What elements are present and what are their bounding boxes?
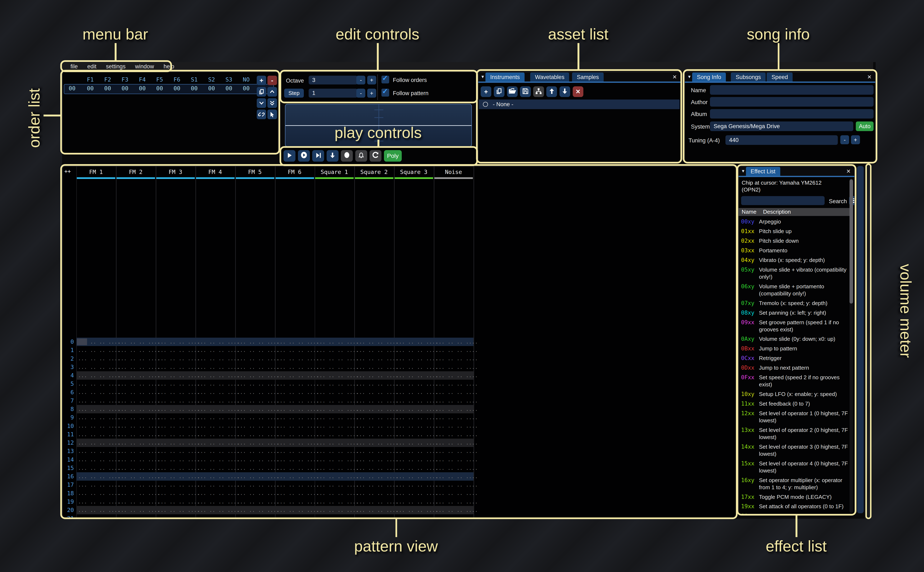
- pattern-cell[interactable]: ... .. .. ....: [237, 440, 279, 446]
- pattern-cell[interactable]: ... .. .. ....: [356, 474, 398, 479]
- author-input[interactable]: [710, 97, 874, 107]
- effect-row[interactable]: 0DxxJump to next pattern: [739, 363, 852, 373]
- pattern-cell[interactable]: ... .. .. ....: [277, 482, 319, 488]
- metronome-button[interactable]: [355, 150, 367, 162]
- effect-row[interactable]: 1AxxSet attack of operator 1 (0 to 1F): [739, 511, 852, 514]
- effect-row[interactable]: 0FxxSet speed (speed 2 if no grooves exi…: [739, 373, 852, 390]
- step-input[interactable]: 1: [309, 89, 358, 98]
- pattern-cell[interactable]: ... .. .. ....: [197, 432, 240, 437]
- pattern-cell[interactable]: ... .. .. ....: [396, 415, 438, 420]
- asset-duplicate-button[interactable]: [494, 86, 505, 97]
- pattern-cell[interactable]: ... .. .. ....: [316, 390, 358, 395]
- pattern-cell[interactable]: ... .. .. ....: [277, 381, 319, 387]
- pattern-cell[interactable]: ... .. .. ....: [197, 398, 240, 404]
- pattern-cell[interactable]: ... .. .. ....: [396, 390, 438, 395]
- channel-underline[interactable]: [117, 177, 155, 179]
- poly-button[interactable]: Poly: [384, 150, 402, 162]
- pattern-view-panel[interactable]: ++ FM 1FM 2FM 3FM 4FM 5FM 6Square 1Squar…: [62, 166, 737, 518]
- pattern-cell[interactable]: ... .. .. ....: [197, 390, 240, 395]
- order-cell[interactable]: 00: [220, 85, 237, 92]
- stop-button[interactable]: [341, 150, 353, 162]
- pattern-cell[interactable]: ... .. .. ....: [277, 499, 319, 505]
- pattern-cell[interactable]: ... .. .. ....: [237, 465, 279, 471]
- tab-instruments[interactable]: Instruments: [485, 73, 525, 82]
- asset-save-button[interactable]: [520, 86, 531, 97]
- pattern-cell[interactable]: ... .. .. ....: [157, 516, 200, 518]
- pattern-cell[interactable]: ... .. .. ....: [157, 373, 200, 378]
- pattern-cell[interactable]: ... .. .. ....: [197, 499, 240, 505]
- pattern-cell[interactable]: ... .. .. ....: [237, 339, 279, 345]
- pattern-cell[interactable]: ... .. .. ....: [78, 474, 120, 479]
- pattern-cell[interactable]: ... .. .. ....: [396, 423, 438, 429]
- pattern-cell[interactable]: ... .. .. ....: [396, 381, 438, 387]
- pattern-cell[interactable]: ... .. .. ....: [277, 474, 319, 479]
- pattern-cell[interactable]: ... .. .. ....: [277, 415, 319, 420]
- pattern-cell[interactable]: ... .. .. ....: [118, 339, 160, 345]
- pattern-cell[interactable]: ... .. .. ....: [436, 448, 478, 454]
- channel-underline[interactable]: [156, 177, 195, 179]
- pattern-cell[interactable]: ... .. .. ....: [118, 490, 160, 496]
- pattern-cell[interactable]: ... .. .. ....: [157, 347, 200, 353]
- close-icon[interactable]: ✕: [867, 74, 872, 80]
- tab-subsongs[interactable]: Subsongs: [731, 73, 766, 82]
- pattern-cell[interactable]: ... .. .. ....: [356, 390, 398, 395]
- pattern-cell[interactable]: ... .. .. ....: [157, 448, 200, 454]
- pattern-cell[interactable]: ... .. .. ....: [316, 347, 358, 353]
- pattern-cell[interactable]: ... .. .. ....: [356, 482, 398, 488]
- step-play-button[interactable]: [327, 150, 338, 162]
- pattern-cell[interactable]: ... .. .. ....: [78, 381, 120, 387]
- pattern-cell[interactable]: ... .. .. ....: [396, 373, 438, 378]
- pattern-cell[interactable]: ... .. .. ....: [157, 490, 200, 496]
- pattern-cell[interactable]: ... .. .. ....: [78, 398, 120, 404]
- pattern-cell[interactable]: ... .. .. ....: [436, 339, 478, 345]
- pattern-cell[interactable]: ... .. .. ....: [78, 507, 120, 513]
- effect-row[interactable]: 13xxSet level of operator 2 (0 highest, …: [739, 426, 852, 442]
- pattern-cell[interactable]: ... .. .. ....: [277, 356, 319, 361]
- pattern-cell[interactable]: ... .. .. ....: [316, 432, 358, 437]
- pattern-cell[interactable]: ... .. .. ....: [118, 347, 160, 353]
- pattern-cell[interactable]: ... .. .. ....: [78, 390, 120, 395]
- pattern-cell[interactable]: ... .. .. ....: [316, 490, 358, 496]
- pattern-cell[interactable]: ... .. .. ....: [157, 356, 200, 361]
- asset-move-up-button[interactable]: [546, 86, 557, 97]
- pattern-cell[interactable]: ... .. .. ....: [316, 364, 358, 370]
- effect-scrollbar-thumb[interactable]: [849, 179, 853, 303]
- pattern-cell[interactable]: ... .. .. ....: [118, 440, 160, 446]
- pattern-cell[interactable]: ... .. .. ....: [396, 465, 438, 471]
- effect-row[interactable]: 0CxxRetrigger: [739, 354, 852, 363]
- effect-row[interactable]: 10xySetup LFO (x: enable; y: speed): [739, 390, 852, 399]
- pattern-cell[interactable]: ... .. .. ....: [436, 364, 478, 370]
- pattern-cell[interactable]: ... .. .. ....: [356, 373, 398, 378]
- pattern-cell[interactable]: ... .. .. ....: [436, 373, 478, 378]
- effect-row[interactable]: 00xyArpeggio: [739, 217, 852, 227]
- pattern-cell[interactable]: ... .. .. ....: [237, 381, 279, 387]
- pattern-cell[interactable]: ... .. .. ....: [356, 432, 398, 437]
- pattern-cell[interactable]: ... .. .. ....: [197, 373, 240, 378]
- pattern-cell[interactable]: ... .. .. ....: [396, 356, 438, 361]
- pattern-cell[interactable]: ... .. .. ....: [316, 474, 358, 479]
- channel-underline[interactable]: [236, 177, 274, 179]
- pattern-cell[interactable]: ... .. .. ....: [436, 381, 478, 387]
- channel-header-square-1[interactable]: Square 1: [315, 169, 354, 175]
- pattern-cell[interactable]: ... .. .. ....: [316, 499, 358, 505]
- pattern-cell[interactable]: ... .. .. ....: [277, 516, 319, 518]
- tab-speed[interactable]: Speed: [767, 73, 793, 82]
- pattern-cell[interactable]: ... .. .. ....: [78, 448, 120, 454]
- pattern-cell[interactable]: ... .. .. ....: [396, 507, 438, 513]
- tuning-plus-button[interactable]: +: [851, 135, 860, 144]
- close-icon[interactable]: ✕: [673, 74, 677, 80]
- pattern-cell[interactable]: ... .. .. ....: [436, 406, 478, 412]
- pattern-cell[interactable]: ... .. .. ....: [78, 465, 120, 471]
- asset-open-button[interactable]: [507, 86, 518, 97]
- tuning-minus-button[interactable]: -: [840, 135, 849, 144]
- tab-wavetables[interactable]: Wavetables: [530, 73, 569, 82]
- effect-row[interactable]: 15xxSet level of operator 4 (0 highest, …: [739, 459, 852, 476]
- pattern-cell[interactable]: ... .. .. ....: [277, 507, 319, 513]
- pattern-cell[interactable]: ... .. .. ....: [316, 440, 358, 446]
- pattern-cell[interactable]: ... .. .. ....: [118, 398, 160, 404]
- pattern-cell[interactable]: ... .. .. ....: [157, 406, 200, 412]
- effect-row[interactable]: 16xySet operator multiplier (x: operator…: [739, 476, 852, 492]
- menu-item-file[interactable]: file: [66, 63, 83, 70]
- pattern-cell[interactable]: ... .. .. ....: [316, 356, 358, 361]
- pattern-cell[interactable]: ... .. .. ....: [436, 482, 478, 488]
